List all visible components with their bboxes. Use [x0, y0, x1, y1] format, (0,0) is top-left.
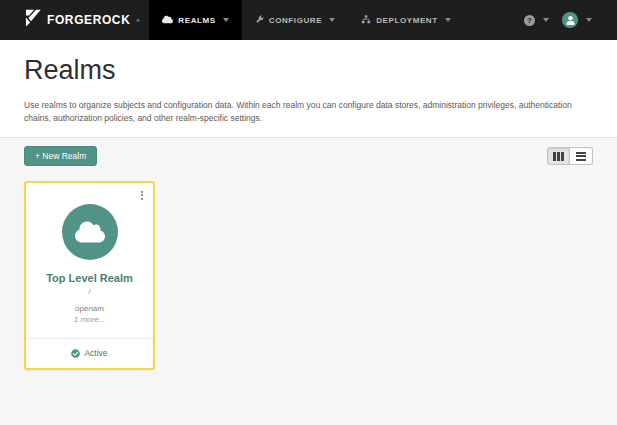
realm-avatar: [62, 204, 118, 260]
nav-item-label: CONFIGURE: [269, 16, 322, 25]
check-circle-icon: [71, 344, 80, 362]
user-menu-button[interactable]: [559, 12, 595, 28]
chevron-down-icon: [223, 18, 229, 22]
chevron-down-icon: [543, 18, 549, 22]
realm-path: /: [32, 287, 147, 296]
main-menu: REALMS CONFIGURE: [149, 0, 463, 40]
nav-item-deployment[interactable]: DEPLOYMENT: [348, 0, 464, 40]
list-view-icon: [576, 152, 586, 161]
kebab-menu-icon[interactable]: [137, 187, 147, 203]
help-menu-button[interactable]: ?: [521, 15, 552, 26]
wrench-icon: [255, 15, 264, 26]
avatar: [562, 12, 578, 28]
realms-toolbar: + New Realm: [24, 146, 593, 166]
nav-item-label: REALMS: [178, 16, 215, 25]
realm-card-grid: Top Level Realm / openam 1 more... Activ…: [24, 181, 593, 370]
nav-item-configure[interactable]: CONFIGURE: [242, 0, 348, 40]
help-icon: ?: [524, 15, 535, 26]
realm-status: Active: [26, 338, 153, 368]
grid-view-button[interactable]: [547, 147, 570, 165]
status-badge: Active: [84, 348, 107, 358]
page-header: Realms Use realms to organize subjects a…: [0, 40, 617, 138]
realms-panel: + New Realm Top Level Realm /: [0, 138, 617, 425]
chevron-down-icon: [586, 18, 592, 22]
realm-more-label: 1 more...: [32, 315, 147, 324]
list-view-button[interactable]: [570, 147, 593, 165]
sitemap-icon: [361, 15, 371, 26]
chevron-down-icon: [445, 18, 451, 22]
new-realm-button[interactable]: + New Realm: [24, 146, 97, 166]
page-description: Use realms to organize subjects and conf…: [24, 99, 593, 125]
realm-title: Top Level Realm: [32, 272, 147, 284]
realm-card-body: Top Level Realm / openam 1 more...: [26, 183, 153, 338]
brand-name: FORGEROCK: [47, 13, 130, 27]
grid-view-icon: [553, 152, 564, 161]
top-navbar: FORGEROCK® REALMS CONFIGURE: [0, 0, 617, 40]
topbar-right: ?: [521, 0, 617, 40]
realm-alias: openam: [32, 304, 147, 313]
forgerock-logo[interactable]: FORGEROCK®: [0, 0, 149, 40]
view-toggle-group: [547, 147, 593, 165]
cloud-icon: [162, 15, 173, 26]
realm-card-top-level[interactable]: Top Level Realm / openam 1 more... Activ…: [24, 181, 155, 370]
forgerock-logo-icon: [24, 9, 41, 31]
brand-trademark: ®: [136, 18, 139, 23]
nav-item-label: DEPLOYMENT: [376, 16, 438, 25]
nav-item-realms[interactable]: REALMS: [149, 0, 241, 40]
chevron-down-icon: [329, 18, 335, 22]
page-title: Realms: [24, 55, 593, 86]
app-window: FORGEROCK® REALMS CONFIGURE: [0, 0, 617, 425]
